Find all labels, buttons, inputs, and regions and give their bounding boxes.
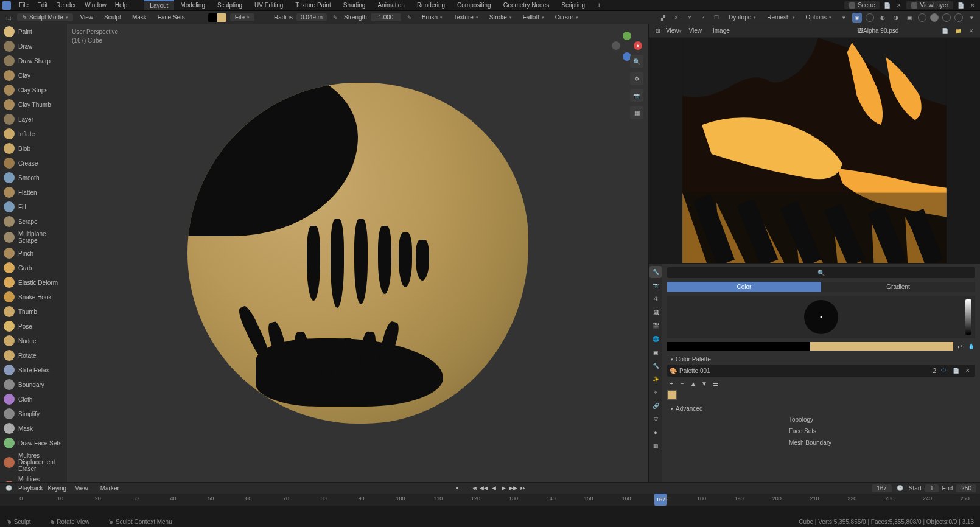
mirror-y[interactable]: Y: [685, 13, 695, 23]
mirror-x[interactable]: X: [671, 13, 681, 23]
brush-color-swatch[interactable]: [208, 13, 226, 22]
camera-icon[interactable]: 📷: [630, 89, 643, 102]
tab-color[interactable]: Color: [667, 282, 821, 292]
props-mesh-icon[interactable]: ▽: [649, 413, 662, 425]
tl-marker[interactable]: Marker: [97, 485, 123, 492]
shading-dropdown-icon[interactable]: ▾: [967, 13, 976, 23]
color-wheel[interactable]: [804, 300, 838, 334]
props-modifier-icon[interactable]: 🔧: [649, 360, 662, 372]
tl-view[interactable]: View: [71, 485, 92, 492]
tool-paint[interactable]: Paint: [0, 24, 67, 39]
primary-color-swatch[interactable]: [667, 342, 810, 351]
palette-new-icon[interactable]: 📄: [951, 366, 961, 375]
props-scene-icon[interactable]: 🎬: [649, 319, 662, 332]
tool-blob[interactable]: Blob: [0, 141, 67, 156]
palette-selector[interactable]: 🎨 Palette.001 2 🛡 📄 ✕: [667, 365, 975, 377]
gizmo-y-axis[interactable]: [623, 32, 631, 40]
tool-thumb[interactable]: Thumb: [0, 304, 67, 319]
props-viewlayer-icon[interactable]: 🖼: [649, 306, 662, 318]
tool-slide-relax[interactable]: Slide Relax: [0, 363, 67, 377]
workspace-sculpting[interactable]: Sculpting: [211, 1, 248, 10]
tool-layer[interactable]: Layer: [0, 112, 67, 127]
adv-meshboundary[interactable]: Mesh Boundary: [789, 437, 975, 448]
gizmo-toggle-icon[interactable]: ◉: [852, 13, 862, 23]
tl-keying[interactable]: Keying: [48, 485, 67, 492]
menu-window[interactable]: Window: [80, 2, 111, 9]
mirror-icon[interactable]: ▞: [658, 13, 668, 23]
tool-draw-sharp[interactable]: Draw Sharp: [0, 54, 67, 68]
tool-multiplane-scrape[interactable]: Multiplane Scrape: [0, 229, 67, 246]
jump-start-icon[interactable]: ⏮: [470, 484, 478, 492]
tool-scrape[interactable]: Scrape: [0, 214, 67, 229]
gizmo-x-axis[interactable]: X: [634, 41, 642, 50]
stroke-dropdown[interactable]: Stroke: [486, 13, 516, 21]
play-reverse-icon[interactable]: ◀: [489, 484, 498, 492]
adv-topology[interactable]: Topology: [789, 414, 975, 425]
tool-pose[interactable]: Pose: [0, 319, 67, 333]
workspace-animation[interactable]: Animation: [371, 1, 410, 10]
dyntopo-toggle[interactable]: Dyntopo: [725, 13, 760, 21]
tool-nudge[interactable]: Nudge: [0, 333, 67, 348]
viewlayer-delete-icon[interactable]: ✕: [968, 1, 978, 10]
scene-selector[interactable]: Scene: [844, 1, 880, 9]
tool-clay-thumb[interactable]: Clay Thumb: [0, 97, 67, 112]
header-view[interactable]: View: [77, 14, 97, 21]
tool-mask[interactable]: Mask: [0, 421, 67, 436]
prev-key-icon[interactable]: ◀◀: [480, 484, 488, 492]
fake-user-icon[interactable]: 🛡: [939, 366, 948, 375]
palette-remove-icon[interactable]: −: [678, 379, 687, 388]
palette-move-up-icon[interactable]: ▲: [689, 379, 698, 388]
tool-pinch[interactable]: Pinch: [0, 246, 67, 260]
3d-viewport[interactable]: User Perspective (167) Cube X 🔍 ✥ 📷 ▦: [67, 24, 648, 482]
tool-grab[interactable]: Grab: [0, 260, 67, 275]
image-new-icon[interactable]: 📄: [940, 26, 950, 36]
header-facesets[interactable]: Face Sets: [154, 14, 189, 21]
palette-unlink-icon[interactable]: ✕: [963, 366, 973, 375]
mode-selector[interactable]: ✎Sculpt Mode▾: [17, 13, 73, 21]
mirror-z[interactable]: Z: [698, 13, 708, 23]
img-header-image[interactable]: Image: [709, 27, 733, 34]
tool-smooth[interactable]: Smooth: [0, 170, 67, 185]
overlay-toggle-icon[interactable]: [866, 13, 874, 22]
eyedropper-icon[interactable]: 💧: [967, 342, 975, 351]
tool-rotate[interactable]: Rotate: [0, 348, 67, 363]
overlay-a-icon[interactable]: ◐: [878, 13, 887, 23]
shading-rendered-icon[interactable]: [954, 13, 963, 22]
pan-icon[interactable]: ✥: [630, 72, 643, 85]
color-palette-header[interactable]: Color Palette: [667, 354, 975, 365]
workspace-layout[interactable]: Layout: [144, 0, 174, 10]
tool-clay-strips[interactable]: Clay Strips: [0, 83, 67, 97]
overlay-b-icon[interactable]: ◑: [891, 13, 901, 23]
props-tool-icon[interactable]: 🔧: [649, 266, 662, 278]
scene-delete-icon[interactable]: ✕: [894, 1, 904, 10]
palette-move-down-icon[interactable]: ▼: [700, 379, 709, 388]
tool-cloth[interactable]: Cloth: [0, 392, 67, 407]
persp-ortho-icon[interactable]: ▦: [630, 106, 643, 119]
menu-file[interactable]: File: [15, 2, 33, 9]
tool-inflate[interactable]: Inflate: [0, 127, 67, 141]
swap-colors-icon[interactable]: ⇄: [956, 342, 964, 351]
shading-wireframe-icon[interactable]: [918, 13, 926, 22]
image-unlink-icon[interactable]: ✕: [967, 26, 976, 36]
header-mask[interactable]: Mask: [128, 14, 150, 21]
jump-end-icon[interactable]: ⏭: [519, 484, 527, 492]
property-search[interactable]: 🔍: [667, 267, 975, 278]
cursor-dropdown[interactable]: Cursor: [551, 13, 582, 21]
props-output-icon[interactable]: 🖨: [649, 293, 662, 305]
props-texture-icon[interactable]: ▦: [649, 440, 662, 452]
adv-facesets[interactable]: Face Sets: [789, 425, 975, 437]
timeline-type-icon[interactable]: 🕐: [4, 483, 13, 493]
tool-elastic-deform[interactable]: Elastic Deform: [0, 275, 67, 290]
mirror-toggle-icon[interactable]: ☐: [712, 13, 721, 23]
viewlayer-new-icon[interactable]: 📄: [956, 1, 965, 10]
scene-new-icon[interactable]: 📄: [882, 1, 892, 10]
image-editor-type-icon[interactable]: 🖼: [653, 26, 662, 36]
zoom-icon[interactable]: 🔍: [630, 55, 643, 68]
brush-file-dropdown[interactable]: File▾: [230, 13, 254, 21]
editor-type-icon[interactable]: ⬚: [4, 13, 13, 23]
tool-flatten[interactable]: Flatten: [0, 185, 67, 200]
viewlayer-selector[interactable]: ViewLayer: [906, 1, 953, 9]
current-frame[interactable]: 167: [872, 484, 892, 492]
next-key-icon[interactable]: ▶▶: [509, 484, 517, 492]
options-dropdown[interactable]: Options: [802, 13, 835, 21]
